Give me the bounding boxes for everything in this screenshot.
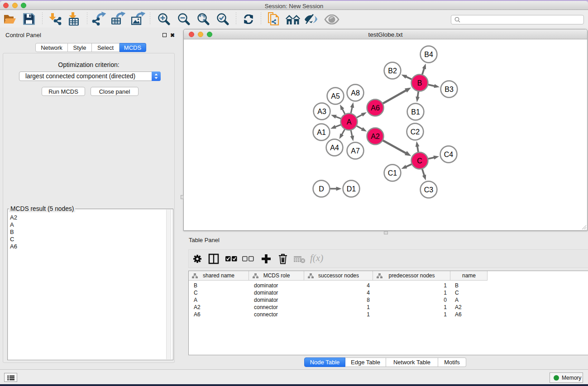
- svg-text:D1: D1: [347, 185, 356, 193]
- svg-text:A5: A5: [331, 92, 340, 100]
- svg-text:A: A: [347, 118, 352, 126]
- svg-text:C1: C1: [388, 169, 397, 177]
- svg-text:A7: A7: [351, 147, 360, 155]
- svg-text:A2: A2: [371, 133, 380, 140]
- svg-text:C: C: [417, 157, 422, 165]
- svg-text:B3: B3: [445, 86, 454, 93]
- svg-text:A6: A6: [371, 104, 380, 112]
- svg-text:C2: C2: [411, 128, 420, 136]
- svg-text:A3: A3: [317, 108, 326, 115]
- svg-text:D: D: [319, 185, 324, 193]
- svg-text:A1: A1: [317, 129, 326, 136]
- svg-text:C3: C3: [424, 186, 434, 194]
- svg-text:A8: A8: [351, 89, 360, 97]
- svg-text:C4: C4: [444, 151, 454, 158]
- svg-text:B: B: [417, 79, 422, 87]
- svg-text:B2: B2: [388, 67, 397, 75]
- svg-text:B4: B4: [424, 51, 433, 58]
- svg-text:B1: B1: [411, 108, 420, 116]
- svg-text:A4: A4: [330, 144, 339, 152]
